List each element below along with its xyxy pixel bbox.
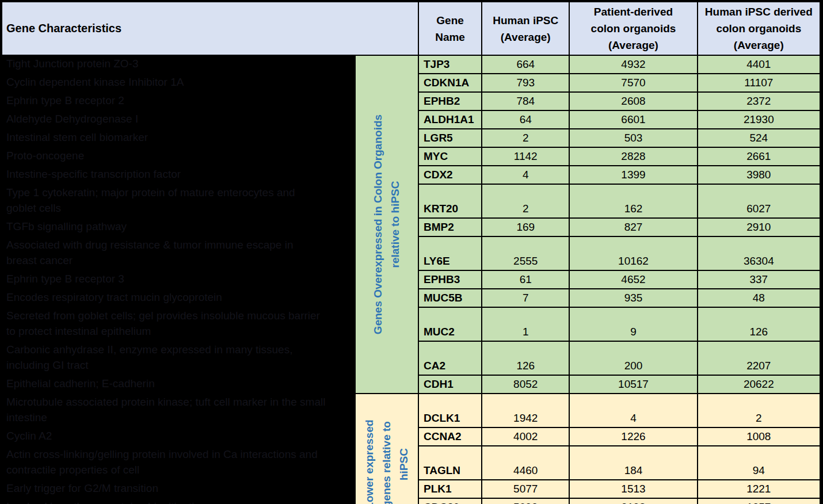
patient-organoid-average-cell: 200 <box>569 341 697 375</box>
patient-organoid-average-cell: 10517 <box>569 375 697 394</box>
header-gene-name: Gene Name <box>418 2 482 55</box>
gene-name-cell: MUC5B <box>418 289 482 307</box>
gene-name-cell: TJP3 <box>418 55 482 74</box>
ipsc-organoid-average-cell: 2 <box>698 394 820 427</box>
patient-organoid-average-cell: 2828 <box>569 147 697 166</box>
gene-characteristic-cell: Intestine-specific transcription factor <box>2 166 355 184</box>
human-ipsc-average-cell: 2 <box>482 129 569 147</box>
section-label-down: Lower expressed genes relative to hiPSC <box>361 407 413 504</box>
header-gene-name-label: Gene Name <box>427 12 473 45</box>
section-label-cell-up: Genes Overexpressed in Colon Organoids r… <box>355 55 418 394</box>
ipsc-organoid-average-cell: 126 <box>698 307 820 341</box>
gene-name-cell: CDKN1A <box>418 74 482 92</box>
gene-name-cell: LY6E <box>418 236 482 270</box>
gene-name-cell: KRT20 <box>418 184 482 218</box>
patient-organoid-average-cell: 1399 <box>569 166 697 184</box>
gene-name-cell: CA2 <box>418 341 482 375</box>
table-row: Tight Junction protein ZO-3 Genes Overex… <box>2 55 820 74</box>
patient-organoid-average-cell: 6601 <box>569 110 697 129</box>
header-patient-derived-organoids-average-label: Patient-derived colon organoids (Average… <box>578 3 688 54</box>
gene-characteristic-cell: Microtubule associated protein kinase; t… <box>2 394 355 427</box>
human-ipsc-average-cell: 4002 <box>482 427 569 446</box>
human-ipsc-average-cell: 8052 <box>482 375 569 394</box>
ipsc-organoid-average-cell: 1221 <box>698 480 820 498</box>
human-ipsc-average-cell: 61 <box>482 270 569 289</box>
header-row: Gene Characteristics Gene Name Human iPS… <box>2 2 820 55</box>
human-ipsc-average-cell: 2 <box>482 184 569 218</box>
patient-organoid-average-cell: 935 <box>569 289 697 307</box>
human-ipsc-average-cell: 1942 <box>482 394 569 427</box>
ipsc-organoid-average-cell: 6027 <box>698 184 820 218</box>
gene-name-cell: CCNA2 <box>418 427 482 446</box>
patient-organoid-average-cell: 1513 <box>569 480 697 498</box>
human-ipsc-average-cell: 4460 <box>482 446 569 480</box>
gene-characteristic-cell: Cyclin A2 <box>2 427 355 446</box>
gene-characteristic-cell: Associated with drug resistance & tumor … <box>2 236 355 270</box>
gene-name-cell: MUC2 <box>418 307 482 341</box>
gene-name-cell: ALDH1A1 <box>418 110 482 129</box>
gene-name-cell: CDX2 <box>418 166 482 184</box>
human-ipsc-average-cell: 64 <box>482 110 569 129</box>
patient-organoid-average-cell: 9 <box>569 307 697 341</box>
gene-characteristic-cell: Carbonic anhydrase II, enzyme expressed … <box>2 341 355 375</box>
human-ipsc-average-cell: 5093 <box>482 498 569 504</box>
header-patient-derived-organoids-average: Patient-derived colon organoids (Average… <box>569 2 697 55</box>
human-ipsc-average-cell: 1142 <box>482 147 569 166</box>
ipsc-organoid-average-cell: 2207 <box>698 341 820 375</box>
patient-organoid-average-cell: 1226 <box>569 427 697 446</box>
gene-characteristic-cell: Ephrin type B receptor 3 <box>2 270 355 289</box>
table-row: Microtubule associated protein kinase; t… <box>2 394 820 427</box>
patient-organoid-average-cell: 4652 <box>569 270 697 289</box>
gene-name-cell: LGR5 <box>418 129 482 147</box>
ipsc-organoid-average-cell: 94 <box>698 446 820 480</box>
gene-characteristic-cell: Intestinal stem cell biomarker <box>2 129 355 147</box>
gene-name-cell: MYC <box>418 147 482 166</box>
patient-organoid-average-cell: 7570 <box>569 74 697 92</box>
section-label-rotator: Lower expressed genes relative to hiPSC <box>356 394 418 504</box>
patient-organoid-average-cell: 184 <box>569 446 697 480</box>
gene-characteristic-cell: Involved in pathway protein ubiquitinati… <box>2 498 355 504</box>
human-ipsc-average-cell: 169 <box>482 218 569 236</box>
ipsc-organoid-average-cell: 337 <box>698 270 820 289</box>
human-ipsc-average-cell: 7 <box>482 289 569 307</box>
gene-name-cell: DCLK1 <box>418 394 482 427</box>
patient-organoid-average-cell: 4932 <box>569 55 697 74</box>
header-ipsc-derived-organoids-average-label: Human iPSC derived colon organoids (Aver… <box>703 3 815 54</box>
ipsc-organoid-average-cell: 48 <box>698 289 820 307</box>
human-ipsc-average-cell: 784 <box>482 92 569 110</box>
ipsc-organoid-average-cell: 1008 <box>698 427 820 446</box>
ipsc-organoid-average-cell: 524 <box>698 129 820 147</box>
human-ipsc-average-cell: 664 <box>482 55 569 74</box>
ipsc-organoid-average-cell: 2661 <box>698 147 820 166</box>
gene-characteristic-cell: Actin cross-linking/gelling protein invo… <box>2 446 355 480</box>
ipsc-organoid-average-cell: 36304 <box>698 236 820 270</box>
gene-name-cell: BMP2 <box>418 218 482 236</box>
gene-name-cell: PLK1 <box>418 480 482 498</box>
table-body: Tight Junction protein ZO-3 Genes Overex… <box>2 55 820 504</box>
gene-characteristic-cell: TGFb signalling pathway <box>2 218 355 236</box>
gene-characteristic-cell: Proto-oncogene <box>2 147 355 166</box>
human-ipsc-average-cell: 1 <box>482 307 569 341</box>
header-gene-characteristics: Gene Characteristics <box>2 2 418 55</box>
gene-characteristic-cell: Ephrin type B receptor 2 <box>2 92 355 110</box>
ipsc-organoid-average-cell: 4401 <box>698 55 820 74</box>
ipsc-organoid-average-cell: 20622 <box>698 375 820 394</box>
human-ipsc-average-cell: 126 <box>482 341 569 375</box>
patient-organoid-average-cell: 162 <box>569 184 697 218</box>
gene-name-cell: EPHB3 <box>418 270 482 289</box>
ipsc-organoid-average-cell: 11107 <box>698 74 820 92</box>
gene-characteristic-cell: Early trigger for G2/M transition <box>2 480 355 498</box>
gene-characteristic-cell: Epithelial cadherin; E-cadherin <box>2 375 355 394</box>
gene-characteristic-cell: Type 1 cytokeratin; major protein of mat… <box>2 184 355 218</box>
header-human-ipsc-average: Human iPSC (Average) <box>482 2 569 55</box>
gene-characteristic-cell: Secreted from goblet cells; gel provides… <box>2 307 355 341</box>
patient-organoid-average-cell: 2608 <box>569 92 697 110</box>
human-ipsc-average-cell: 793 <box>482 74 569 92</box>
header-ipsc-derived-organoids-average: Human iPSC derived colon organoids (Aver… <box>698 2 820 55</box>
human-ipsc-average-cell: 2555 <box>482 236 569 270</box>
gene-characteristic-cell: Encodes respiratory tract mucin glycopro… <box>2 289 355 307</box>
human-ipsc-average-cell: 4 <box>482 166 569 184</box>
patient-organoid-average-cell: 2198 <box>569 498 697 504</box>
ipsc-organoid-average-cell: 2372 <box>698 92 820 110</box>
patient-organoid-average-cell: 4 <box>569 394 697 427</box>
